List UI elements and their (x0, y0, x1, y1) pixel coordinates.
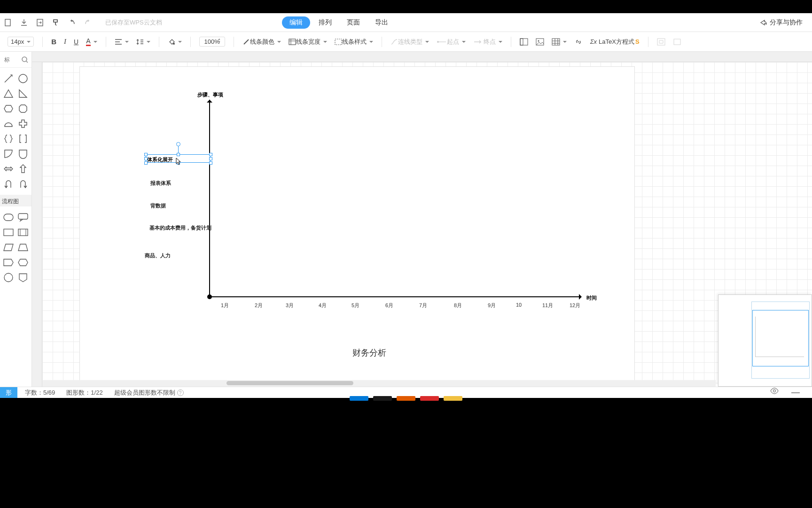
canvas[interactable]: 步骤、事项 时间 体系化展开 报表体系 背数据 基本的成本费用，备货计划 商品、… (42, 62, 812, 387)
shape-circle[interactable] (17, 72, 29, 85)
line-style-button[interactable]: 线条样式 (331, 35, 377, 49)
extra-icon-2[interactable] (669, 35, 685, 49)
table-icon[interactable] (548, 35, 570, 49)
line-spacing-button[interactable] (133, 35, 154, 49)
resize-handle-ne[interactable] (209, 153, 212, 156)
shape-half-circle[interactable] (2, 118, 15, 130)
new-doc-icon[interactable] (0, 13, 16, 32)
minimap[interactable] (718, 294, 812, 387)
link-icon[interactable] (570, 35, 586, 49)
resize-handle-w[interactable] (144, 157, 148, 160)
app-area: 已保存至WPS云文档 编辑 排列 页面 导出 分享与协作 14px B I U … (0, 13, 812, 398)
shape-line[interactable] (2, 72, 15, 85)
shape-arrow-lr[interactable] (2, 163, 15, 175)
share-button[interactable]: 分享与协作 (759, 18, 812, 27)
chart-title[interactable]: 财务分析 (352, 347, 386, 358)
download-icon[interactable] (16, 13, 32, 32)
svg-rect-3 (289, 39, 296, 45)
y-label-4[interactable]: 商品、人力 (145, 252, 171, 259)
fill-color-button[interactable] (164, 35, 186, 49)
shape-plus[interactable] (17, 118, 29, 130)
shape-offpage[interactable] (17, 271, 29, 284)
resize-handle-n[interactable] (177, 153, 180, 156)
line-color-button[interactable]: 线条颜色 (239, 35, 285, 49)
shape-right-triangle[interactable] (17, 87, 29, 100)
italic-button[interactable]: I (60, 35, 70, 49)
y-label-3[interactable]: 基本的成本费用，备货计划 (149, 224, 211, 231)
shape-parallelogram[interactable] (2, 241, 15, 254)
drawing-page[interactable]: 步骤、事项 时间 体系化展开 报表体系 背数据 基本的成本费用，备货计划 商品、… (80, 67, 634, 382)
underline-button[interactable]: U (70, 35, 82, 49)
shape-brace[interactable] (2, 133, 15, 145)
shape-u-left[interactable] (2, 178, 15, 190)
font-color-button[interactable]: A (82, 35, 101, 49)
format-painter-icon[interactable] (48, 13, 64, 32)
shape-pentagon-flow[interactable] (2, 256, 15, 269)
svg-rect-0 (5, 19, 10, 26)
zoom-select[interactable]: 100%▲▼ (195, 35, 229, 49)
svg-rect-11 (657, 39, 665, 45)
resize-handle-e[interactable] (209, 157, 212, 160)
shape-search[interactable] (0, 52, 31, 68)
y-label-1[interactable]: 报表体系 (150, 180, 171, 187)
resize-handle-s[interactable] (177, 161, 180, 165)
y-label-2[interactable]: 背数据 (150, 202, 166, 209)
resize-handle-nw[interactable] (144, 153, 148, 156)
x-axis[interactable] (209, 296, 580, 297)
shape-callout[interactable] (17, 211, 29, 223)
scrollbar-thumb[interactable] (226, 381, 353, 385)
import-icon[interactable] (32, 13, 48, 32)
image-icon[interactable] (532, 35, 548, 49)
line-width-button[interactable]: 线条宽度 (285, 35, 331, 49)
y-axis[interactable] (209, 100, 210, 297)
window-black-top (0, 0, 812, 13)
connector-type-button[interactable]: 连线类型 (387, 35, 433, 49)
extra-icon-1[interactable] (653, 35, 669, 49)
shape-hexagon[interactable] (2, 103, 15, 115)
shape-trapezoid[interactable] (17, 241, 29, 254)
month-8: 8月 (454, 302, 462, 309)
month-11: 11月 (542, 302, 553, 309)
basic-shapes (0, 68, 31, 195)
tab-export[interactable]: 导出 (368, 13, 395, 32)
status-words: 字数：5/69 (25, 389, 55, 397)
svg-rect-12 (674, 39, 680, 45)
shape-search-input[interactable] (4, 56, 21, 63)
svg-rect-4 (335, 39, 342, 45)
svg-point-9 (538, 40, 539, 41)
shape-predef[interactable] (17, 226, 29, 238)
undo-icon[interactable] (64, 13, 80, 32)
resize-handle-se[interactable] (209, 161, 212, 165)
taskbar-hint (0, 396, 812, 402)
shape-rounded[interactable] (2, 211, 15, 223)
layout-icon[interactable] (516, 35, 532, 49)
shape-arrow-up[interactable] (17, 163, 29, 175)
start-point-button[interactable]: 起点 (433, 35, 469, 49)
resize-handle-sw[interactable] (144, 161, 148, 165)
shape-octagon[interactable] (17, 103, 29, 115)
section-flowchart-title: 流程图 (0, 195, 31, 206)
bold-button[interactable]: B (47, 35, 60, 49)
shape-u-right[interactable] (17, 178, 29, 190)
shape-quarter[interactable] (2, 148, 15, 160)
rotation-handle[interactable] (176, 142, 180, 146)
tab-page[interactable]: 页面 (340, 13, 367, 32)
horizontal-scrollbar[interactable] (42, 380, 716, 387)
font-size-select[interactable]: 14px (4, 35, 38, 49)
svg-point-19 (4, 273, 13, 282)
tab-arrange[interactable]: 排列 (312, 13, 338, 32)
shape-triangle[interactable] (2, 87, 15, 100)
shape-circle-flow[interactable] (2, 271, 15, 284)
redo-icon[interactable] (80, 13, 96, 32)
shape-drop[interactable] (17, 148, 29, 160)
shape-bracket[interactable] (17, 133, 29, 145)
month-10: 10 (516, 302, 522, 308)
minimap-viewport[interactable] (752, 310, 809, 366)
shape-hexagon-flow[interactable] (17, 256, 29, 269)
shape-panel: 流程图 (0, 52, 32, 387)
tab-edit[interactable]: 编辑 (282, 16, 310, 29)
latex-button[interactable]: ΣxLaTeX方程式S (586, 35, 643, 49)
align-button[interactable] (111, 35, 133, 49)
end-point-button[interactable]: 终点 (469, 35, 506, 49)
shape-subprocess[interactable] (2, 226, 15, 238)
